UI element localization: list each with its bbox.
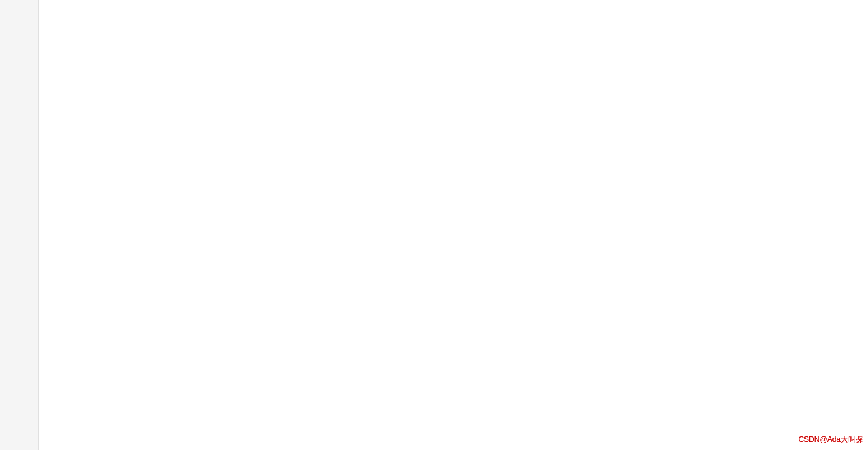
watermark: CSDN@Ada大叫探 (798, 434, 863, 445)
editor-container (0, 0, 868, 450)
code-area (39, 0, 868, 450)
gutter (0, 0, 39, 450)
